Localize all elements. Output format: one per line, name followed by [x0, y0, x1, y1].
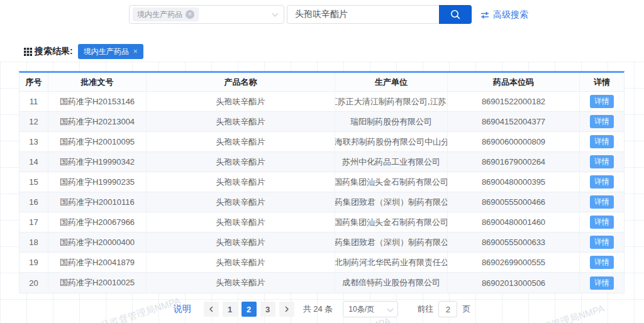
cell-code: 86900555000633 — [448, 233, 580, 252]
cell-approval: 国药准字H20010116 — [48, 192, 147, 212]
cell-manufacturer: 苏州中化药品工业有限公司 — [335, 152, 448, 172]
cell-product: 头孢呋辛酯片 — [147, 212, 335, 232]
cell-seq: 20 — [19, 273, 48, 293]
chevron-down-icon — [272, 11, 279, 17]
cell-product: 头孢呋辛酯片 — [147, 233, 335, 252]
cell-approval: 国药准字H19990235 — [48, 172, 147, 192]
detail-button[interactable]: 详情 — [590, 216, 614, 229]
total-count: 共 24 条 — [303, 304, 333, 315]
cell-detail: 详情 — [580, 172, 624, 192]
cell-detail: 详情 — [580, 253, 624, 272]
goto-group: 前往 页 — [417, 301, 470, 317]
cell-seq: 16 — [19, 192, 48, 212]
sliders-icon — [480, 11, 489, 19]
cell-product: 头孢呋辛酯片 — [147, 172, 335, 192]
next-page-button[interactable] — [279, 302, 294, 317]
header-detail: 详情 — [580, 73, 624, 91]
cell-detail: 详情 — [580, 273, 624, 293]
page-button-3[interactable]: 3 — [260, 302, 275, 317]
cell-seq: 12 — [19, 112, 48, 131]
filter-tag-label: 境内生产药品 — [84, 47, 129, 57]
cell-seq: 13 — [19, 132, 48, 151]
grid-icon — [24, 48, 32, 56]
advanced-search-link[interactable]: 高级搜索 — [480, 9, 528, 21]
table-body: 11 国药准字H20153146 头孢呋辛酯片 江苏正大清江制药有限公司,江苏.… — [19, 92, 624, 293]
cell-code: 86900600000809 — [448, 132, 580, 151]
detail-button[interactable]: 详情 — [590, 236, 614, 249]
results-table: 序号 批准文号 产品名称 生产单位 药品本位码 详情 11 国药准字H20153… — [19, 71, 625, 293]
table-row: 15 国药准字H19990235 头孢呋辛酯片 国药集团汕头金石制药有限公司 8… — [19, 172, 624, 192]
table-row: 19 国药准字H20041879 头孢呋辛酯片 华北制药河北华民药业有限责任公.… — [19, 253, 624, 273]
goto-suffix: 页 — [462, 304, 470, 315]
cell-product: 头孢呋辛酯片 — [147, 273, 335, 293]
detail-button[interactable]: 详情 — [590, 195, 614, 209]
detail-button[interactable]: 详情 — [590, 95, 614, 108]
table-header: 序号 批准文号 产品名称 生产单位 药品本位码 详情 — [19, 73, 624, 92]
chevron-left-icon — [208, 306, 214, 312]
page-button-1[interactable]: 1 — [223, 302, 238, 317]
cell-approval: 国药准字H20010025 — [48, 273, 147, 293]
cell-product: 头孢呋辛酯片 — [147, 132, 335, 151]
cell-detail: 详情 — [580, 212, 624, 232]
detail-button[interactable]: 详情 — [590, 276, 614, 290]
prev-page-button[interactable] — [204, 302, 219, 317]
advanced-search-label: 高级搜索 — [493, 9, 528, 21]
page-size-value: 10条/页 — [348, 304, 374, 315]
results-label-text: 搜索结果: — [35, 46, 73, 57]
table-row: 14 国药准字H19990342 头孢呋辛酯片 苏州中化药品工业有限公司 869… — [19, 152, 624, 172]
cell-manufacturer: 国药集团致君（深圳）制药有限公... — [335, 233, 448, 252]
table-row: 11 国药准字H20153146 头孢呋辛酯片 江苏正大清江制药有限公司,江苏.… — [19, 92, 624, 112]
detail-button[interactable]: 详情 — [590, 155, 614, 168]
chevron-down-icon — [387, 305, 394, 312]
search-type-select[interactable]: 境内生产药品 × — [129, 5, 284, 24]
cell-code: 86900480000395 — [448, 172, 580, 192]
cell-detail: 详情 — [580, 92, 624, 111]
header-code: 药品本位码 — [448, 73, 580, 91]
cell-seq: 15 — [19, 172, 48, 192]
close-circle-icon[interactable]: × — [186, 10, 194, 19]
detail-button[interactable]: 详情 — [590, 256, 614, 269]
search-button[interactable] — [439, 5, 472, 24]
detail-button[interactable]: 详情 — [590, 175, 614, 189]
cell-code: 86904152004377 — [448, 112, 580, 131]
table-row: 13 国药准字H20010095 头孢呋辛酯片 珠海联邦制药股份有限公司中山分.… — [19, 132, 624, 152]
page-button-2[interactable]: 2 — [242, 302, 257, 317]
cell-seq: 18 — [19, 233, 48, 252]
cell-seq: 14 — [19, 152, 48, 172]
cell-code: 86900555000466 — [448, 192, 580, 212]
selected-type-tag: 境内生产药品 × — [133, 8, 199, 21]
cell-detail: 详情 — [580, 152, 624, 172]
header-seq: 序号 — [19, 73, 48, 91]
page-size-select[interactable]: 10条/页 — [343, 301, 398, 317]
table-row: 12 国药准字H20213004 头孢呋辛酯片 瑞阳制药股份有限公司 86904… — [19, 112, 624, 132]
cell-detail: 详情 — [580, 112, 624, 131]
header-product: 产品名称 — [147, 73, 335, 91]
cell-product: 头孢呋辛酯片 — [147, 192, 335, 212]
note-link[interactable]: 说明 — [174, 304, 191, 315]
cell-manufacturer: 国药集团汕头金石制药有限公司 — [335, 212, 448, 232]
cell-code: 86901679000264 — [448, 152, 580, 172]
chevron-right-icon — [284, 306, 290, 312]
cell-approval: 国药准字H20010095 — [48, 132, 147, 151]
cell-manufacturer: 华北制药河北华民药业有限责任公... — [335, 253, 448, 272]
detail-button[interactable]: 详情 — [590, 135, 614, 148]
results-label: 搜索结果: — [24, 46, 73, 57]
cell-product: 头孢呋辛酯片 — [147, 92, 335, 111]
cell-manufacturer: 国药集团汕头金石制药有限公司 — [335, 172, 448, 192]
close-icon[interactable]: × — [133, 47, 138, 56]
search-input[interactable] — [287, 5, 439, 24]
cell-detail: 详情 — [580, 192, 624, 212]
cell-manufacturer: 成都倍特药业股份有限公司 — [335, 273, 448, 293]
goto-page-input[interactable] — [438, 301, 457, 317]
detail-button[interactable]: 详情 — [590, 115, 614, 128]
cell-approval: 国药准字H20067966 — [48, 212, 147, 232]
pagination-bar: 说明 1 2 3 共 24 条 10条/页 前往 页 — [0, 300, 644, 318]
cell-code: 86902013000506 — [448, 273, 580, 293]
header-manufacturer: 生产单位 — [335, 73, 448, 91]
table-row: 20 国药准字H20010025 头孢呋辛酯片 成都倍特药业股份有限公司 869… — [19, 273, 624, 293]
cell-product: 头孢呋辛酯片 — [147, 253, 335, 272]
filter-tag[interactable]: 境内生产药品 × — [78, 44, 143, 59]
cell-seq: 19 — [19, 253, 48, 272]
cell-product: 头孢呋辛酯片 — [147, 152, 335, 172]
table-row: 17 国药准字H20067966 头孢呋辛酯片 国药集团汕头金石制药有限公司 8… — [19, 212, 624, 233]
